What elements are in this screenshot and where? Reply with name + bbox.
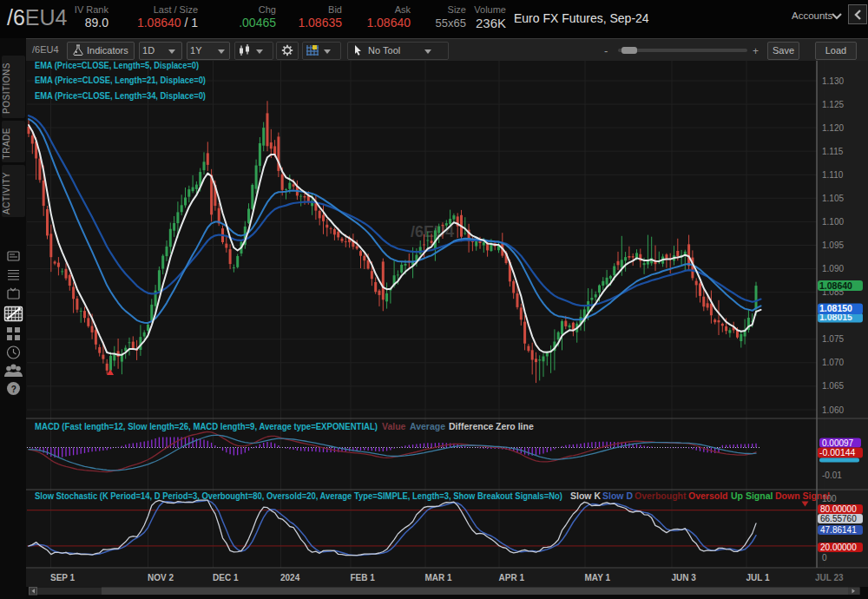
svg-text:20.00000: 20.00000 (820, 543, 857, 552)
svg-text:1.070: 1.070 (822, 358, 844, 367)
svg-text:NOV 2: NOV 2 (148, 573, 174, 583)
svg-text:Zero line: Zero line (496, 421, 534, 431)
svg-text:SEP 1: SEP 1 (50, 573, 76, 583)
svg-text:1.105: 1.105 (822, 194, 844, 203)
svg-text:1.075: 1.075 (822, 334, 844, 344)
svg-text:2024: 2024 (280, 573, 300, 583)
svg-text:FEB 1: FEB 1 (351, 573, 376, 583)
svg-text:MACD (Fast length=12, Slow len: MACD (Fast length=12, Slow length=26, MA… (35, 422, 378, 431)
svg-text:Slow K: Slow K (570, 490, 601, 501)
svg-text:JUN 3: JUN 3 (672, 573, 697, 583)
svg-text:/6EU4: /6EU4 (411, 223, 454, 240)
svg-text:66.55760: 66.55760 (820, 514, 857, 523)
svg-text:0.00097: 0.00097 (822, 438, 854, 448)
svg-text:100: 100 (822, 494, 837, 504)
svg-text:1.130: 1.130 (822, 76, 844, 86)
svg-text:1.065: 1.065 (822, 381, 844, 391)
svg-text:1.120: 1.120 (822, 123, 844, 133)
svg-text:1.095: 1.095 (822, 240, 844, 250)
svg-text:1.090: 1.090 (822, 264, 844, 273)
svg-text:1.100: 1.100 (822, 217, 844, 227)
svg-text:Slow D: Slow D (602, 490, 633, 501)
svg-text:1.060: 1.060 (822, 405, 844, 415)
svg-text:Slow Stochastic (K Period=14,: Slow Stochastic (K Period=14, D Period=3… (35, 491, 562, 501)
svg-text:MAR 1: MAR 1 (425, 573, 453, 583)
svg-text:DEC 1: DEC 1 (213, 573, 239, 583)
svg-text:EMA (Price=CLOSE, Length=5, Di: EMA (Price=CLOSE, Length=5, Displace=0) (35, 60, 199, 70)
svg-text:0: 0 (822, 553, 827, 563)
svg-text:-0.01: -0.01 (822, 471, 842, 480)
svg-text:Up Signal: Up Signal (731, 490, 773, 501)
svg-text:?: ? (11, 385, 16, 394)
svg-text:47.86141: 47.86141 (820, 525, 857, 535)
svg-text:Value: Value (382, 421, 406, 431)
svg-text:1.125: 1.125 (822, 100, 844, 109)
svg-text:1.115: 1.115 (822, 147, 844, 156)
svg-text:-0.00144: -0.00144 (819, 447, 856, 457)
svg-text:JUL 1: JUL 1 (746, 573, 770, 583)
svg-text:Overbought: Overbought (635, 490, 687, 501)
svg-text:Difference: Difference (449, 421, 494, 431)
svg-text:Oversold: Oversold (688, 490, 728, 501)
svg-text:Average: Average (410, 421, 445, 431)
svg-text:1.110: 1.110 (822, 170, 844, 180)
svg-text:80.00000: 80.00000 (820, 504, 857, 514)
svg-text:EMA (Price=CLOSE, Length=34, D: EMA (Price=CLOSE, Length=34, Displace=0) (35, 90, 206, 101)
svg-text:EMA (Price=CLOSE, Length=21, D: EMA (Price=CLOSE, Length=21, Displace=0) (35, 75, 206, 85)
svg-text:MAY 1: MAY 1 (585, 573, 611, 583)
svg-text:1.08150: 1.08150 (819, 303, 852, 313)
svg-text:1.08640: 1.08640 (819, 280, 852, 291)
svg-text:JUL 23: JUL 23 (815, 573, 844, 583)
svg-text:APR 1: APR 1 (499, 573, 525, 583)
